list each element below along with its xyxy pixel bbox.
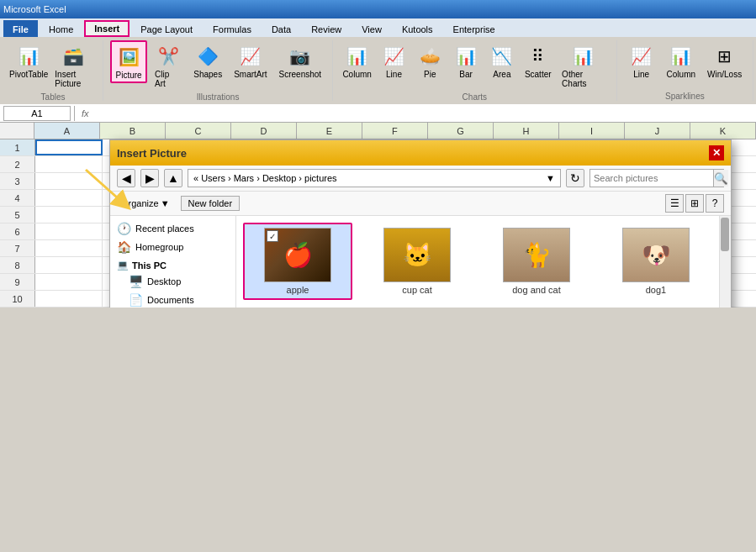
clip-art-button[interactable]: ✂️ Clip Art	[151, 40, 186, 91]
dialog-actions-bar: Organize ▼ New folder ☰ ⊞ ?	[110, 192, 731, 216]
name-box[interactable]	[3, 106, 71, 121]
sidebar-item-recent-places[interactable]: 🕐 Recent places	[110, 219, 235, 238]
tab-review[interactable]: Review	[302, 20, 351, 37]
up-button[interactable]: ▲	[164, 169, 182, 187]
dialog-sidebar: 🕐 Recent places 🏠 Homegroup 💻 This PC 🖥️…	[110, 216, 236, 308]
tab-enterprise[interactable]: Enterprise	[444, 20, 505, 37]
recent-places-icon: 🕐	[117, 222, 130, 235]
new-folder-button[interactable]: New folder	[181, 196, 241, 211]
col-header-f: F	[362, 123, 428, 139]
files-grid: ✓applecup catdog and catdog1dog2moneypea…	[243, 223, 724, 308]
cell-a6[interactable]	[35, 223, 103, 239]
smartart-button[interactable]: 📈 SmartArt	[230, 40, 271, 81]
other-charts-label: Other Charts	[562, 70, 605, 88]
file-item-apple[interactable]: ✓apple	[243, 223, 352, 300]
bar-chart-button[interactable]: 📊 Bar	[450, 40, 483, 81]
file-item-cup-cat[interactable]: cup cat	[362, 223, 472, 300]
cell-a2[interactable]	[35, 156, 103, 172]
cell-a9[interactable]	[35, 274, 103, 290]
dialog-close-button[interactable]: ✕	[709, 145, 724, 160]
tab-formulas[interactable]: Formulas	[204, 20, 261, 37]
file-thumbnail-dog1	[622, 228, 690, 282]
sidebar-item-desktop[interactable]: 🖥️ Desktop	[110, 272, 235, 291]
pie-chart-label: Pie	[424, 70, 436, 79]
cell-a1[interactable]	[35, 139, 103, 155]
file-label-dog-and-cat: dog and cat	[512, 285, 561, 295]
sidebar-item-homegroup[interactable]: 🏠 Homegroup	[110, 238, 235, 256]
dialog-body: 🕐 Recent places 🏠 Homegroup 💻 This PC 🖥️…	[110, 216, 731, 308]
dialog-title: Insert Picture	[117, 147, 187, 160]
cell-a3[interactable]	[35, 173, 103, 189]
spark-column-button[interactable]: 📊 Column	[663, 40, 700, 81]
corner-cell	[0, 123, 34, 139]
tab-home[interactable]: Home	[40, 20, 82, 37]
ribbon-tabs: File Home Insert Page Layout Formulas Da…	[0, 18, 756, 37]
file-item-dog1[interactable]: dog1	[601, 223, 711, 300]
breadcrumb: « Users › Mars › Desktop › pictures ▼	[188, 169, 561, 187]
other-charts-button[interactable]: 📊 Other Charts	[558, 40, 610, 91]
row-header-1: 1	[0, 139, 35, 155]
tab-file[interactable]: File	[3, 20, 38, 37]
sidebar-item-label: Documents	[147, 295, 194, 305]
file-item-dog-and-cat[interactable]: dog and cat	[482, 223, 591, 300]
pivot-table-icon: 📊	[15, 43, 42, 70]
scatter-chart-button[interactable]: ⠿ Scatter	[521, 40, 554, 81]
cell-a8[interactable]	[35, 257, 103, 273]
cell-a4[interactable]	[35, 190, 103, 206]
table-label: Insert Picture	[55, 70, 92, 88]
cell-a5[interactable]	[35, 207, 103, 223]
fx-label: fx	[78, 108, 93, 118]
pie-chart-button[interactable]: 🥧 Pie	[414, 40, 447, 81]
refresh-button[interactable]: ↻	[566, 169, 584, 187]
tab-view[interactable]: View	[352, 20, 391, 37]
tab-kutools[interactable]: Kutools	[393, 20, 442, 37]
table-button[interactable]: 🗃️ Insert Picture	[50, 40, 96, 91]
illustrations-items: 🖼️ Picture ✂️ Clip Art 🔷 Shapes 📈 SmartA…	[110, 40, 325, 91]
scrollbar-track[interactable]	[719, 216, 731, 308]
pivot-table-label: PivotTable	[9, 70, 48, 79]
cell-a10[interactable]	[35, 291, 103, 307]
file-label-dog1: dog1	[646, 285, 666, 295]
sidebar-item-documents[interactable]: 📄 Documents	[110, 291, 235, 308]
smartart-label: SmartArt	[234, 70, 267, 79]
spark-line-button[interactable]: 📈 Line	[624, 40, 659, 81]
picture-button[interactable]: 🖼️ Picture	[110, 40, 147, 83]
win-loss-button[interactable]: ⊞ Win/Loss	[703, 40, 746, 81]
sidebar-item-this-pc[interactable]: 💻 This PC	[110, 256, 235, 272]
illustrations-group-label: Illustrations	[197, 91, 240, 102]
forward-button[interactable]: ▶	[140, 169, 159, 187]
file-thumbnail-dog-and-cat	[503, 228, 570, 282]
picture-icon: 🖼️	[115, 44, 142, 71]
formula-divider	[74, 106, 75, 121]
view-toggle-button[interactable]: ☰	[665, 194, 684, 213]
scrollbar-thumb[interactable]	[721, 218, 729, 251]
column-chart-icon: 📊	[344, 43, 371, 70]
file-thumbnail-apple: ✓	[264, 228, 331, 282]
tab-insert[interactable]: Insert	[84, 20, 130, 37]
pie-chart-icon: 🥧	[416, 43, 443, 70]
spark-column-icon: 📊	[668, 43, 695, 70]
win-loss-label: Win/Loss	[707, 70, 742, 79]
desktop-icon: 🖥️	[129, 275, 142, 288]
screenshot-button[interactable]: 📷 Screenshot	[275, 40, 326, 81]
organize-button[interactable]: Organize ▼	[117, 196, 174, 211]
column-chart-button[interactable]: 📊 Column	[340, 40, 374, 81]
pivot-table-button[interactable]: 📊 PivotTable	[10, 40, 47, 81]
breadcrumb-dropdown-icon[interactable]: ▼	[546, 173, 555, 183]
spreadsheet-container: A B C D E F G H I J K 1	[0, 123, 756, 308]
back-button[interactable]: ◀	[117, 169, 135, 187]
win-loss-icon: ⊞	[711, 43, 738, 70]
documents-icon: 📄	[129, 293, 142, 307]
search-button[interactable]: 🔍	[713, 170, 728, 187]
shapes-icon: 🔷	[194, 43, 221, 70]
tab-data[interactable]: Data	[262, 20, 300, 37]
line-chart-button[interactable]: 📈 Line	[378, 40, 410, 81]
area-chart-button[interactable]: 📉 Area	[486, 40, 519, 81]
shapes-button[interactable]: 🔷 Shapes	[189, 40, 226, 81]
tab-page-layout[interactable]: Page Layout	[131, 20, 202, 37]
view-grid-button[interactable]: ⊞	[685, 194, 704, 213]
cell-a7[interactable]	[35, 240, 103, 256]
title-bar: Microsoft Excel	[0, 0, 756, 18]
help-button[interactable]: ?	[706, 194, 724, 213]
search-input[interactable]	[590, 170, 713, 187]
